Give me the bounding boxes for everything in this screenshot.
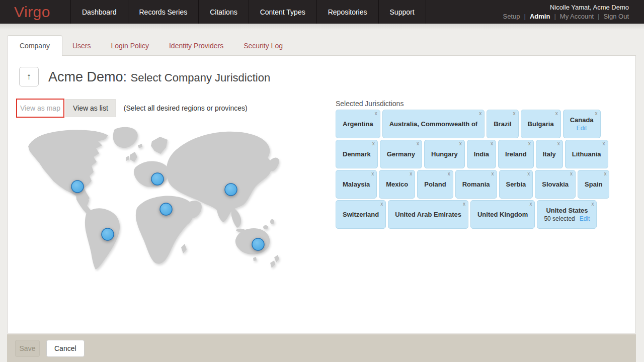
remove-icon[interactable]: x xyxy=(604,171,606,176)
jurisdiction-chip-united-arab-emirates[interactable]: xUnited Arab Emirates xyxy=(388,200,468,229)
jurisdiction-name: Spain xyxy=(585,180,602,188)
tab-company[interactable]: Company xyxy=(7,35,62,56)
continent-north-america xyxy=(28,130,108,206)
jurisdiction-name: Poland xyxy=(424,180,446,188)
remove-icon[interactable]: x xyxy=(528,141,531,146)
jurisdiction-chip-serbia[interactable]: xSerbia xyxy=(499,170,533,199)
remove-icon[interactable]: x xyxy=(491,141,493,146)
jurisdiction-name: Romania xyxy=(462,180,490,188)
header-shadow xyxy=(0,24,644,30)
nav-item-repositories[interactable]: Repositories xyxy=(316,0,378,24)
remove-icon[interactable]: x xyxy=(557,141,560,146)
remove-icon[interactable]: x xyxy=(372,141,375,146)
user-link-admin[interactable]: Admin xyxy=(530,13,550,20)
jurisdiction-chip-spain[interactable]: xSpain xyxy=(578,170,609,199)
jurisdiction-chip-italy[interactable]: xItaly xyxy=(536,140,563,168)
user-link-sign-out[interactable]: Sign Out xyxy=(603,13,629,20)
nav-item-dashboard[interactable]: Dashboard xyxy=(70,0,128,24)
island-new-zealand-south xyxy=(270,260,275,268)
view-toolbar: View as map View as list (Select all des… xyxy=(16,99,248,118)
jurisdiction-name: Denmark xyxy=(343,150,371,158)
nav-item-support[interactable]: Support xyxy=(378,0,426,24)
tab-users[interactable]: Users xyxy=(62,35,101,56)
remove-icon[interactable]: x xyxy=(417,141,419,146)
user-link-my-account[interactable]: My Account xyxy=(560,13,594,20)
jurisdiction-chip-romania[interactable]: xRomania xyxy=(455,170,497,199)
jurisdiction-name: Germany xyxy=(387,150,415,158)
jurisdiction-chip-brazil[interactable]: xBrazil xyxy=(487,110,518,138)
remove-icon[interactable]: x xyxy=(591,202,594,207)
main-nav: DashboardRecords SeriesCitationsContent … xyxy=(70,0,426,24)
nav-item-citations[interactable]: Citations xyxy=(198,0,248,24)
nav-item-content-types[interactable]: Content Types xyxy=(249,0,316,24)
jurisdiction-chip-denmark[interactable]: xDenmark xyxy=(336,140,378,168)
map-marker-africa[interactable] xyxy=(160,203,172,215)
jurisdiction-name: Serbia xyxy=(506,180,526,188)
remove-icon[interactable]: x xyxy=(595,111,598,116)
region-southeast-asia xyxy=(231,208,242,228)
map-marker-australia[interactable] xyxy=(252,238,264,250)
jurisdiction-chip-mexico[interactable]: xMexico xyxy=(379,170,415,199)
jurisdiction-chip-poland[interactable]: xPoland xyxy=(417,170,453,199)
island-madagascar xyxy=(181,244,187,253)
jurisdiction-chip-argentina[interactable]: xArgentina xyxy=(336,110,380,138)
remove-icon[interactable]: x xyxy=(527,171,530,176)
edit-link[interactable]: Edit xyxy=(580,215,590,222)
jurisdiction-chip-hungary[interactable]: xHungary xyxy=(424,140,465,168)
content-panel: ↑ Acme Demo: Select Company Jurisdiction… xyxy=(7,55,636,333)
view-as-map-button[interactable]: View as map xyxy=(16,99,64,118)
nav-item-records-series[interactable]: Records Series xyxy=(128,0,199,24)
remove-icon[interactable]: x xyxy=(371,171,374,176)
map-marker-south-america[interactable] xyxy=(102,228,114,240)
remove-icon[interactable]: x xyxy=(410,171,412,176)
collapse-up-button[interactable]: ↑ xyxy=(19,67,39,86)
cancel-button[interactable]: Cancel xyxy=(46,340,85,357)
remove-icon[interactable]: x xyxy=(555,111,558,116)
user-link-setup[interactable]: Setup xyxy=(503,13,520,20)
remove-icon[interactable]: x xyxy=(479,111,481,116)
remove-icon[interactable]: x xyxy=(463,202,465,207)
tab-login-policy[interactable]: Login Policy xyxy=(101,35,159,56)
jurisdiction-chip-united-states[interactable]: xUnited States50 selectedEdit xyxy=(537,200,597,229)
jurisdiction-chip-canada[interactable]: xCanadaEdit xyxy=(563,110,601,138)
island-britain xyxy=(130,152,137,162)
world-map[interactable] xyxy=(16,126,292,272)
remove-icon[interactable]: x xyxy=(603,141,605,146)
jurisdiction-chip-slovakia[interactable]: xSlovakia xyxy=(535,170,576,199)
remove-icon[interactable]: x xyxy=(380,202,383,207)
remove-icon[interactable]: x xyxy=(570,171,573,176)
jurisdiction-chip-germany[interactable]: xGermany xyxy=(380,140,422,168)
chip-row: xArgentinaxAustralia, Commonwealth ofxBr… xyxy=(336,110,617,138)
remove-icon[interactable]: x xyxy=(459,141,462,146)
jurisdiction-name: United Arab Emirates xyxy=(395,211,461,218)
jurisdiction-chips: xArgentinaxAustralia, Commonwealth ofxBr… xyxy=(336,110,617,230)
save-button[interactable]: Save xyxy=(15,340,40,357)
tab-identity-providers[interactable]: Identity Providers xyxy=(159,35,233,56)
jurisdiction-chip-switzerland[interactable]: xSwitzerland xyxy=(336,200,386,229)
jurisdiction-chip-australia-commonwealth-of[interactable]: xAustralia, Commonwealth of xyxy=(382,110,485,138)
remove-icon[interactable]: x xyxy=(492,171,494,176)
continents xyxy=(28,127,279,269)
remove-icon[interactable]: x xyxy=(529,202,532,207)
jurisdiction-chip-malaysia[interactable]: xMalaysia xyxy=(336,170,377,199)
view-as-list-button[interactable]: View as list xyxy=(65,99,116,117)
jurisdiction-chip-bulgaria[interactable]: xBulgaria xyxy=(521,110,561,138)
tab-security-log[interactable]: Security Log xyxy=(233,35,293,56)
page-title: Acme Demo: Select Company Jurisdiction xyxy=(48,68,270,86)
jurisdiction-name: Italy xyxy=(543,150,556,158)
jurisdiction-chip-lithuania[interactable]: xLithuania xyxy=(565,140,608,168)
map-marker-north-america[interactable] xyxy=(71,180,84,193)
jurisdiction-chip-ireland[interactable]: xIreland xyxy=(498,140,534,168)
selection-hint: (Select all desired regions or provinces… xyxy=(124,104,248,112)
remove-icon[interactable]: x xyxy=(513,111,516,116)
island-ireland xyxy=(126,156,129,161)
edit-link[interactable]: Edit xyxy=(577,125,587,132)
jurisdiction-chip-united-kingdom[interactable]: xUnited Kingdom xyxy=(470,200,535,229)
jurisdiction-chip-india[interactable]: xIndia xyxy=(467,140,496,168)
map-marker-europe[interactable] xyxy=(151,173,164,185)
island-philippines xyxy=(270,219,274,224)
jurisdiction-name: Argentina xyxy=(343,120,373,128)
remove-icon[interactable]: x xyxy=(448,171,450,176)
remove-icon[interactable]: x xyxy=(375,111,377,116)
map-marker-asia[interactable] xyxy=(225,184,237,196)
